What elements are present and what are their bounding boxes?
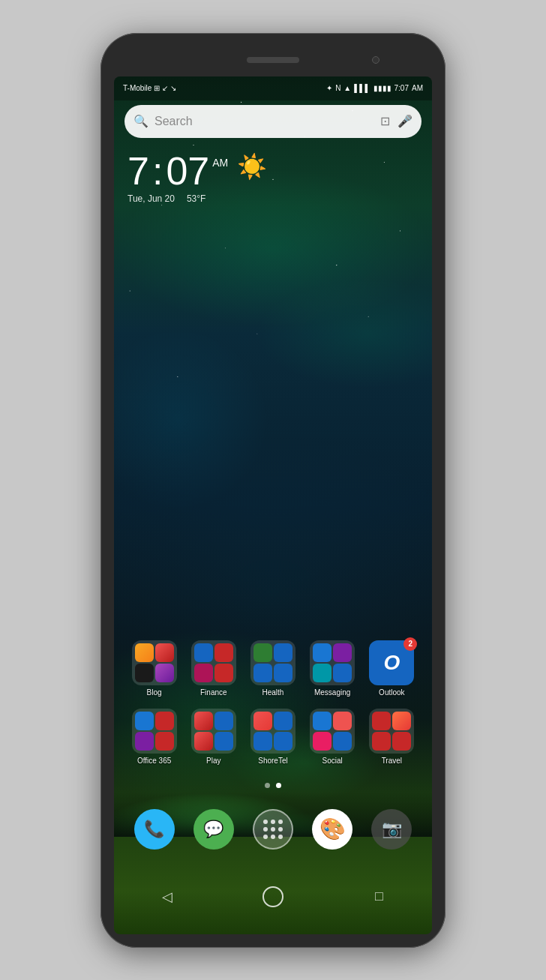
ampm-display: AM bbox=[412, 84, 423, 92]
folder-health-label: Health bbox=[262, 688, 284, 697]
nav-bar: ◁ □ bbox=[114, 874, 432, 919]
travel-app-2 bbox=[392, 712, 411, 730]
page-dot-2[interactable] bbox=[276, 783, 281, 788]
clock-time-display: 7 : 07 AM ☀️ bbox=[128, 151, 267, 190]
folder-finance-icon bbox=[191, 640, 236, 685]
folder-messaging-icon bbox=[310, 640, 355, 685]
folder-health[interactable]: Health bbox=[246, 640, 300, 697]
phone-device: T-Mobile ⊞ ↙ ↘ ✦ N ▲ ▌▌▌ ▮▮▮▮ 7:07 AM 🔍 … bbox=[100, 33, 446, 948]
carrier-icons: ⊞ ↙ ↘ bbox=[154, 84, 176, 92]
folder-health-icon bbox=[250, 640, 296, 685]
folder-outlook-label: Outlook bbox=[379, 688, 404, 697]
nav-recents-button[interactable]: □ bbox=[364, 882, 394, 912]
phone-screen: T-Mobile ⊞ ↙ ↘ ✦ N ▲ ▌▌▌ ▮▮▮▮ 7:07 AM 🔍 … bbox=[114, 76, 432, 934]
folder-shoretel-icon bbox=[250, 709, 296, 754]
msg-app-4 bbox=[333, 664, 352, 682]
search-input[interactable]: Search bbox=[154, 115, 380, 128]
nav-home-button[interactable] bbox=[258, 882, 288, 912]
phone-top-bar bbox=[114, 46, 432, 73]
messages-icon: 💬 bbox=[203, 820, 224, 839]
folder-finance[interactable]: Finance bbox=[187, 640, 241, 697]
health-app-4 bbox=[274, 664, 292, 682]
search-right-controls: ⊡ 🎤 bbox=[380, 114, 412, 128]
shoretel-app-3 bbox=[254, 732, 272, 751]
camera-icon: 📷 bbox=[382, 820, 402, 839]
shoretel-app-4 bbox=[274, 732, 292, 751]
o365-app-2 bbox=[155, 712, 174, 730]
o365-app-3 bbox=[135, 732, 154, 751]
search-icon: 🔍 bbox=[134, 114, 148, 128]
time-display: 7:07 bbox=[394, 84, 409, 92]
fin-app-3 bbox=[194, 664, 213, 682]
fin-app-2 bbox=[214, 643, 233, 662]
blog-app-1 bbox=[135, 643, 154, 662]
folder-blog[interactable]: Blog bbox=[128, 640, 182, 697]
wifi-icon: ▲ bbox=[344, 84, 351, 92]
app-row-2: Office 365 Play bbox=[124, 709, 422, 765]
health-app-3 bbox=[254, 664, 272, 682]
carrier-info: T-Mobile ⊞ ↙ ↘ bbox=[123, 84, 176, 92]
grid-icon bbox=[257, 814, 289, 845]
search-bar[interactable]: 🔍 Search ⊡ 🎤 bbox=[124, 105, 422, 138]
page-dot-1[interactable] bbox=[265, 783, 270, 788]
date-weather-row: Tue, Jun 20 53°F bbox=[128, 193, 267, 204]
page-dots bbox=[114, 783, 432, 788]
health-app-1 bbox=[254, 643, 272, 662]
social-app-2 bbox=[333, 712, 352, 730]
folder-outlook[interactable]: O 2 Outlook bbox=[364, 640, 418, 697]
fin-app-4 bbox=[214, 664, 233, 682]
dock-camera[interactable]: 📷 bbox=[371, 809, 412, 850]
folder-play-icon bbox=[191, 709, 236, 754]
recents-icon: □ bbox=[375, 889, 383, 904]
phone-speaker bbox=[247, 57, 299, 63]
msg-app-1 bbox=[313, 643, 332, 662]
clock-widget: 7 : 07 AM ☀️ Tue, Jun 20 53°F bbox=[128, 151, 267, 204]
o365-app-4 bbox=[155, 732, 174, 751]
signal-icon: ▌▌▌ bbox=[354, 84, 370, 92]
nfc-icon: N bbox=[335, 84, 340, 92]
dock-messages[interactable]: 💬 bbox=[194, 809, 234, 850]
back-icon: ◁ bbox=[162, 889, 172, 905]
folder-social-label: Social bbox=[322, 757, 343, 765]
folder-messaging-label: Messaging bbox=[314, 688, 350, 697]
play-app-4 bbox=[214, 732, 233, 751]
clock-minute: 07 bbox=[166, 151, 209, 190]
clock-ampm: AM bbox=[212, 157, 228, 168]
folder-social-icon bbox=[310, 709, 355, 754]
play-app-2 bbox=[214, 712, 233, 730]
scan-icon[interactable]: ⊡ bbox=[380, 114, 390, 128]
travel-app-4 bbox=[392, 732, 411, 751]
msg-app-2 bbox=[333, 643, 352, 662]
social-app-1 bbox=[313, 712, 332, 730]
carrier-name: T-Mobile bbox=[123, 84, 152, 92]
app-row-1: Blog Finance bbox=[124, 640, 422, 697]
dock: 📞 💬 🎨 📷 bbox=[124, 799, 422, 859]
social-app-3 bbox=[313, 732, 332, 751]
o365-app-1 bbox=[135, 712, 154, 730]
folder-blog-icon bbox=[132, 640, 177, 685]
battery-icon: ▮▮▮▮ bbox=[374, 84, 392, 92]
mic-icon[interactable]: 🎤 bbox=[398, 114, 412, 128]
social-app-4 bbox=[333, 732, 352, 751]
status-icons: ✦ N ▲ ▌▌▌ ▮▮▮▮ 7:07 AM bbox=[326, 84, 423, 92]
weather-sun-icon: ☀️ bbox=[237, 154, 267, 178]
nav-back-button[interactable]: ◁ bbox=[152, 882, 182, 912]
app-grid: Blog Finance bbox=[124, 640, 422, 777]
folder-social[interactable]: Social bbox=[305, 709, 359, 765]
shoretel-app-1 bbox=[254, 712, 272, 730]
folder-play[interactable]: Play bbox=[187, 709, 241, 765]
folder-travel[interactable]: Travel bbox=[364, 709, 418, 765]
phone-icon: 📞 bbox=[144, 820, 164, 839]
dock-launcher[interactable] bbox=[253, 809, 293, 850]
folder-shoretel-label: ShoreTel bbox=[258, 757, 287, 765]
travel-app-3 bbox=[372, 732, 391, 751]
folder-office365[interactable]: Office 365 bbox=[128, 709, 182, 765]
folder-finance-label: Finance bbox=[200, 688, 227, 697]
clock-hour: 7 bbox=[128, 151, 149, 190]
folder-messaging[interactable]: Messaging bbox=[305, 640, 359, 697]
folder-office365-label: Office 365 bbox=[137, 757, 171, 765]
folder-shoretel[interactable]: ShoreTel bbox=[246, 709, 300, 765]
dock-photos[interactable]: 🎨 bbox=[312, 809, 352, 850]
blog-app-2 bbox=[155, 643, 174, 662]
dock-phone[interactable]: 📞 bbox=[134, 809, 175, 850]
